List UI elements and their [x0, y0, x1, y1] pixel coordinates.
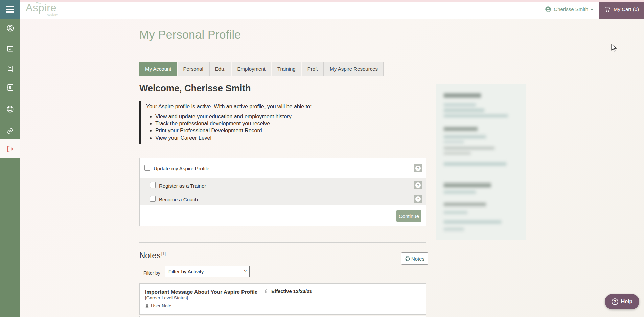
filter-by-label: Filter by [143, 270, 160, 276]
sidebar-item-contacts[interactable] [0, 83, 20, 92]
tab-training[interactable]: Training [272, 62, 301, 76]
tab-my-aspire-resources[interactable]: My Aspire Resources [324, 62, 384, 76]
user-menu[interactable]: Cherisse Smith [539, 0, 599, 19]
option-label: Update my Aspire Profile [154, 166, 209, 171]
update-profile-checkbox[interactable] [144, 165, 150, 171]
question-mark-icon: ? [415, 166, 421, 171]
life-ring-icon [6, 105, 14, 113]
help-icon[interactable]: ? [414, 195, 422, 203]
help-button[interactable]: ? Help [605, 294, 639, 309]
notes-heading: Notes[1] [139, 251, 166, 260]
question-mark-icon: ? [415, 182, 421, 188]
notes-filter-wrap: Filter by Activity ˅ [165, 266, 250, 277]
address-book-icon [6, 84, 14, 91]
benefit-item: View and update your education and emplo… [155, 114, 407, 120]
top-bar-right: Cherisse Smith My Cart (0) [539, 0, 644, 19]
app-window: The Aspire Registry Cherisse Smith [0, 0, 644, 317]
welcome-heading: Welcome, Cherisse Smith [139, 83, 251, 94]
tab-employment[interactable]: Employment [232, 62, 271, 76]
option-label: Register as a Trainer [159, 183, 206, 189]
option-row-update-profile: Update my Aspire Profile ? [140, 158, 426, 178]
note-body: Important Message About Your Aspire Prof… [140, 284, 426, 314]
profile-active-blockquote: Your Aspire profile is active. With an a… [139, 101, 407, 144]
hamburger-menu-button[interactable] [0, 0, 20, 19]
user-circle-icon [6, 24, 14, 32]
my-cart-label: My Cart (0) [614, 6, 639, 12]
notes-count-badge: [1] [161, 251, 166, 256]
notes-heading-label: Notes [139, 251, 161, 260]
tab-personal[interactable]: Personal [178, 62, 209, 76]
sidebar-item-links[interactable] [0, 127, 20, 136]
top-bar: The Aspire Registry Cherisse Smith [0, 0, 644, 19]
sidebar-item-user[interactable] [0, 24, 20, 32]
user-icon [145, 304, 149, 308]
question-circle-icon: ? [612, 298, 618, 305]
effective-date-label: Effective 12/23/21 [271, 289, 312, 294]
benefit-item: Print your Professional Development Reco… [155, 128, 407, 134]
chevron-down-icon [591, 9, 593, 10]
help-button-label: Help [621, 299, 633, 305]
section-divider [139, 242, 426, 243]
aspire-logo[interactable]: The Aspire Registry [26, 0, 73, 19]
profile-benefits-list: View and update your education and emplo… [146, 114, 407, 141]
note-category: [Career Level Status] [145, 295, 420, 300]
link-icon [6, 127, 14, 135]
sign-out-icon [6, 145, 14, 153]
mouse-cursor [611, 44, 618, 52]
note-effective-date: Effective 12/23/21 [265, 289, 312, 294]
calendar-icon [265, 289, 270, 294]
print-notes-button[interactable]: Notes [401, 252, 428, 265]
user-circle-icon [545, 6, 551, 13]
benefit-item: View your Career Level [155, 135, 407, 141]
note-list-item-partial [139, 316, 426, 317]
profile-tabs: My Account Personal Edu. Employment Trai… [139, 62, 525, 76]
note-type: User Note [151, 303, 171, 308]
become-coach-checkbox[interactable] [150, 196, 156, 202]
option-row-register-trainer: Register as a Trainer ? [140, 178, 426, 192]
register-trainer-checkbox[interactable] [150, 182, 156, 188]
option-row-become-coach: Become a Coach ? [140, 192, 426, 205]
profile-summary-panel-redacted [436, 84, 526, 240]
tab-edu[interactable]: Edu. [209, 62, 231, 76]
print-notes-label: Notes [411, 256, 424, 262]
logo-registry: Registry [47, 13, 58, 16]
note-list-item[interactable]: Important Message About Your Aspire Prof… [139, 283, 426, 315]
option-label: Become a Coach [159, 197, 198, 202]
redacted-content [436, 84, 526, 240]
tab-my-account[interactable]: My Account [139, 62, 177, 76]
cart-icon [604, 6, 611, 13]
help-icon[interactable]: ? [414, 164, 422, 172]
logo-main: Aspire [26, 2, 56, 14]
notes-filter-select[interactable]: Filter by Activity [165, 266, 250, 277]
continue-button[interactable]: Continue [396, 210, 421, 222]
note-meta: User Note [145, 303, 420, 308]
my-cart-button[interactable]: My Cart (0) [599, 0, 644, 19]
book-icon [6, 65, 14, 73]
help-icon[interactable]: ? [414, 181, 422, 189]
sidebar-item-support[interactable] [0, 105, 20, 114]
profile-options-panel: Update my Aspire Profile ? Register as a… [139, 158, 426, 226]
profile-active-intro: Your Aspire profile is active. With an a… [146, 104, 407, 110]
printer-icon [405, 256, 410, 261]
page-title: My Personal Profile [139, 28, 241, 41]
user-menu-name: Cherisse Smith [554, 6, 588, 12]
benefit-item: Track the professional development you r… [155, 121, 407, 127]
left-sidebar [0, 19, 20, 317]
tab-prof[interactable]: Prof. [302, 62, 324, 76]
sidebar-item-logout[interactable] [0, 139, 20, 158]
sidebar-item-calendar[interactable] [0, 44, 20, 53]
question-mark-icon: ? [415, 196, 421, 202]
calendar-check-icon [6, 45, 14, 52]
sidebar-item-book[interactable] [0, 65, 20, 73]
top-accent-strip [20, 0, 644, 2]
